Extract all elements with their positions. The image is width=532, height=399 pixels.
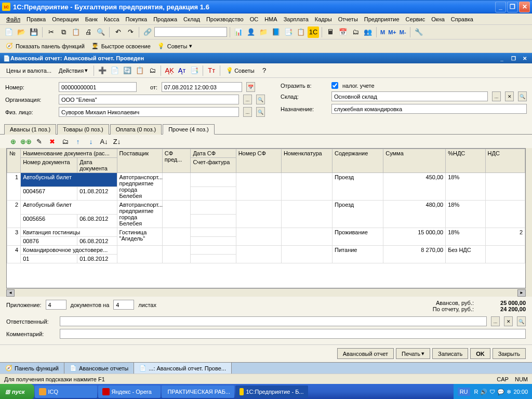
- warehouse-search-button[interactable]: 🔍: [518, 91, 527, 101]
- menu-warehouse[interactable]: Склад: [180, 15, 203, 23]
- tab-payment[interactable]: Оплата (0 поз.): [110, 124, 162, 135]
- menu-enterprise[interactable]: Предприятие: [361, 15, 403, 23]
- menu-reports[interactable]: Отчеты: [335, 15, 361, 23]
- open-icon[interactable]: 📂: [16, 26, 27, 38]
- horizontal-scrollbar[interactable]: ◄ ►: [6, 288, 526, 297]
- person-select-button[interactable]: ...: [243, 107, 252, 117]
- doc-tt-icon[interactable]: Тт: [206, 65, 217, 76]
- prices-currency-button[interactable]: Цены и валюта...: [3, 66, 55, 75]
- doc-tips-button[interactable]: 💡Советы: [223, 66, 257, 75]
- menu-salary[interactable]: Зарплата: [281, 15, 312, 23]
- close-button[interactable]: Закрыть: [493, 348, 526, 359]
- print-button[interactable]: Печать ▾: [396, 348, 430, 359]
- tray-icon-4[interactable]: 💬: [497, 389, 504, 395]
- col-supplier[interactable]: Поставщик: [117, 149, 162, 173]
- tool-icon-7[interactable]: 1C: [308, 26, 319, 38]
- row-up-icon[interactable]: ↑: [72, 136, 84, 147]
- grid[interactable]: № Наименование документа (рас... Поставщ…: [6, 148, 526, 288]
- minimize-button[interactable]: _: [495, 2, 506, 12]
- doc-help-icon[interactable]: ?: [259, 65, 270, 76]
- reflect-checkbox[interactable]: [331, 82, 338, 89]
- row-tool-icon[interactable]: 🗂: [59, 136, 71, 147]
- row-edit-icon[interactable]: ✎: [33, 136, 45, 147]
- calc-icon[interactable]: 🖩: [325, 26, 336, 38]
- bookmark-m-minus[interactable]: M-: [398, 29, 407, 35]
- table-row[interactable]: 1Автобусный билетАвтотранспорт... предпр…: [7, 173, 525, 187]
- warehouse-select-button[interactable]: ...: [492, 91, 501, 101]
- task-1c[interactable]: 1С:Предприятие - Б...: [235, 385, 308, 398]
- tray-icon-2[interactable]: 🔊: [480, 389, 487, 395]
- row-delete-icon[interactable]: ✖: [46, 136, 58, 147]
- tray-icon-1[interactable]: R: [474, 389, 478, 395]
- link-icon[interactable]: 🔗: [142, 26, 153, 38]
- preview-icon[interactable]: 🔍: [95, 26, 107, 38]
- doc-tool-icon-1[interactable]: 📄: [109, 65, 121, 76]
- menu-sale[interactable]: Продажа: [150, 15, 180, 23]
- doc-tool-icon-4[interactable]: 🗂: [147, 65, 158, 76]
- close-button[interactable]: ✕: [519, 2, 530, 12]
- tool-icon-4[interactable]: 📘: [270, 26, 282, 38]
- col-nomen[interactable]: Номенклатура: [281, 149, 332, 173]
- print-icon[interactable]: 🖨: [83, 26, 94, 38]
- table-row[interactable]: 4Командировочное удостовере...Питание8 2…: [7, 246, 525, 255]
- undo-icon[interactable]: ↶: [112, 26, 124, 38]
- responsible-input[interactable]: [60, 316, 487, 326]
- doc-tree-icon[interactable]: ĄĶ: [164, 65, 175, 76]
- org-search-button[interactable]: 🔍: [256, 95, 265, 104]
- start-button[interactable]: ⊞пуск: [0, 384, 34, 399]
- number-input[interactable]: 00000000001: [59, 82, 137, 92]
- table-row[interactable]: 3Квитанция гостиницыГостиница "Агидель"П…: [7, 228, 525, 237]
- doc-tool-icon-5[interactable]: 📑: [189, 65, 200, 76]
- task-opera[interactable]: Яндекс - Opera: [98, 385, 161, 398]
- tool-icon-3[interactable]: 📁: [258, 26, 269, 38]
- show-panel-button[interactable]: 🧭Показать панель функций: [3, 41, 87, 51]
- menu-service[interactable]: Сервис: [403, 15, 429, 23]
- menu-help[interactable]: Справка: [448, 15, 476, 23]
- menu-production[interactable]: Производство: [203, 15, 247, 23]
- task-icq[interactable]: ICQ: [35, 385, 97, 398]
- scroll-left-button[interactable]: ◄: [6, 289, 15, 297]
- row-add-icon[interactable]: ⊕: [7, 136, 19, 147]
- col-vat-pct[interactable]: %НДС: [446, 149, 485, 173]
- paste-icon[interactable]: 📋: [70, 26, 82, 38]
- tool-icon-8[interactable]: 🗂: [350, 26, 361, 38]
- system-tray[interactable]: RU R 🔊 🛡 💬 ❄ 20:00: [454, 384, 532, 399]
- tool-icon-2[interactable]: 👤: [245, 26, 257, 38]
- col-doc-name[interactable]: Наименование документа (рас...: [21, 149, 117, 158]
- doc-tool-icon-2[interactable]: 🔄: [122, 65, 133, 76]
- search-input[interactable]: [154, 27, 227, 37]
- purpose-input[interactable]: служебная командировка: [331, 104, 527, 114]
- menu-nma[interactable]: НМА: [261, 15, 280, 23]
- copy-icon[interactable]: ⧉: [58, 26, 69, 38]
- doc-add-icon[interactable]: ➕: [97, 65, 108, 76]
- menu-windows[interactable]: Окна: [428, 15, 448, 23]
- row-copy-icon[interactable]: ⊕⊕: [20, 136, 32, 147]
- table-row[interactable]: 2Автобусный билетАвтотранспорт... предпр…: [7, 201, 525, 215]
- tab-other[interactable]: Прочее (4 поз.): [163, 124, 214, 135]
- person-search-button[interactable]: 🔍: [256, 107, 265, 117]
- new-doc-icon[interactable]: 📄: [3, 26, 15, 38]
- col-doc-num[interactable]: Номер документа: [21, 158, 77, 173]
- panel-advance-reports[interactable]: 📄Авансовые отчеты: [64, 363, 134, 374]
- doc-minimize-button[interactable]: _: [498, 55, 506, 62]
- person-input[interactable]: Суворов Михаил Николаевич: [59, 107, 239, 117]
- col-n[interactable]: №: [7, 149, 21, 173]
- col-doc-date[interactable]: Дата документа: [77, 158, 117, 173]
- settings-icon[interactable]: 🔧: [413, 26, 424, 38]
- menu-file[interactable]: Файл: [3, 15, 23, 23]
- responsible-clear-button[interactable]: ✕: [504, 316, 513, 326]
- actions-button[interactable]: Действия ▾: [56, 66, 91, 75]
- org-input[interactable]: ООО "Елена": [59, 95, 239, 104]
- attach-count-input[interactable]: 4: [46, 300, 66, 310]
- doc-tool-icon-3[interactable]: 📋: [134, 65, 145, 76]
- ok-button[interactable]: OK: [470, 348, 490, 359]
- tab-advances[interactable]: Авансы (1 поз.): [4, 124, 56, 135]
- col-content[interactable]: Содержание: [332, 149, 383, 173]
- task-word[interactable]: ПРАКТИЧЕСКАЯ РАБ...: [162, 385, 234, 398]
- save-icon[interactable]: 💾: [28, 26, 39, 38]
- col-num-sf[interactable]: Номер СФ: [236, 149, 281, 173]
- date-picker-button[interactable]: 📅: [246, 82, 255, 92]
- menu-purchase[interactable]: Покупка: [123, 15, 151, 23]
- menu-hr[interactable]: Кадры: [312, 15, 335, 23]
- cut-icon[interactable]: ✂: [45, 26, 57, 38]
